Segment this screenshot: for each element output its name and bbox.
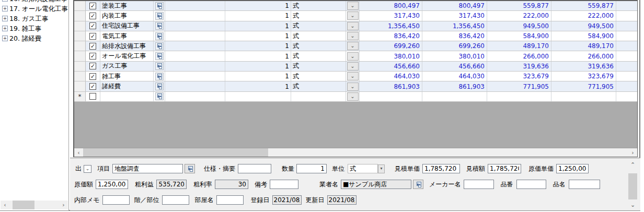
table-row[interactable]: ✓内装工事1式⌄317,430317,430222,000222,000 [74, 11, 637, 21]
unit-cell[interactable]: 式 [291, 1, 346, 10]
unit-dropdown-cell[interactable]: ⌄ [346, 62, 360, 71]
checkbox-cell[interactable] [86, 92, 100, 101]
scroll-up-icon[interactable]: ⌃ [628, 160, 637, 169]
maker-input[interactable] [464, 180, 494, 189]
spec-cell[interactable] [165, 31, 225, 41]
scroll-right-icon[interactable]: › [59, 201, 68, 209]
row-selector-cell[interactable] [74, 1, 86, 10]
item-name-cell[interactable]: 給排水設備工事 [100, 41, 154, 51]
tree-horizontal-scrollbar[interactable]: ‹ › [1, 201, 68, 209]
row-checkbox[interactable]: ✓ [89, 22, 96, 29]
spec-cell[interactable] [165, 62, 225, 71]
lookup-cell[interactable] [154, 81, 165, 91]
estimate-unit-price-cell[interactable]: 317,430 [360, 11, 422, 20]
estimate-unit-price-input[interactable] [422, 164, 460, 173]
row-checkbox[interactable]: ✓ [89, 53, 96, 60]
tree-item[interactable]: +19. 雑工事 [2, 23, 68, 33]
spec-cell[interactable] [165, 81, 225, 91]
table-row[interactable]: ✓雑工事1式⌄464,030464,030323,679323,679 [74, 72, 637, 81]
cost-unit-price-input[interactable] [556, 164, 589, 173]
chevron-down-icon[interactable]: ⌄ [347, 32, 359, 40]
chevron-down-icon[interactable]: ⌄ [347, 52, 359, 61]
quantity-cell[interactable]: 1 [225, 41, 291, 51]
unit-dropdown-cell[interactable]: ⌄ [346, 1, 360, 10]
quantity-cell[interactable]: 1 [225, 51, 291, 61]
quantity-cell[interactable]: 1 [225, 21, 291, 31]
spec-cell[interactable] [165, 51, 225, 61]
quantity-cell[interactable]: 1 [225, 62, 291, 71]
cost-unit-price-cell[interactable]: 949,500 [487, 21, 551, 31]
row-checkbox[interactable] [89, 93, 96, 100]
checkbox-cell[interactable]: ✓ [86, 11, 100, 20]
checkbox-cell[interactable]: ✓ [86, 72, 100, 81]
estimate-amount-cell[interactable]: 836,420 [422, 31, 487, 41]
estimate-unit-price-cell[interactable]: 456,660 [360, 62, 422, 71]
estimate-amount-cell[interactable]: 800,497 [422, 1, 487, 10]
spec-cell[interactable] [165, 11, 225, 20]
form-scroll-thumb[interactable] [628, 173, 637, 199]
scroll-left-icon[interactable]: ‹ [1, 201, 9, 209]
unit-dropdown-cell[interactable]: ⌄ [346, 72, 360, 81]
lookup-cell[interactable] [154, 51, 165, 61]
row-selector-cell[interactable] [74, 41, 86, 51]
table-row[interactable]: *⌄ [74, 92, 637, 102]
row-selector-cell[interactable] [74, 31, 86, 41]
unit-dropdown-cell[interactable]: ⌄ [346, 11, 360, 20]
floor-section-input[interactable] [162, 195, 189, 205]
vendor-input[interactable] [341, 180, 411, 189]
room-name-input[interactable] [216, 195, 244, 205]
row-checkbox[interactable]: ✓ [89, 13, 96, 19]
expand-plus-icon[interactable]: + [2, 0, 8, 2]
form-vertical-scrollbar[interactable]: ⌃ ⌄ [628, 160, 637, 209]
row-selector-cell[interactable]: * [74, 92, 86, 101]
cost-unit-price-cell[interactable] [487, 92, 551, 101]
lookup-cell[interactable] [154, 72, 165, 81]
item-name-cell[interactable]: 内装工事 [100, 11, 154, 20]
quantity-cell[interactable]: 1 [225, 31, 291, 41]
unit-dropdown-cell[interactable]: ⌄ [346, 92, 360, 101]
cost-amount-cell[interactable]: 489,170 [551, 41, 616, 51]
scroll-down-icon[interactable]: ⌄ [628, 201, 637, 209]
spec-cell[interactable] [165, 21, 225, 31]
lookup-cell[interactable] [154, 41, 165, 51]
checkbox-cell[interactable]: ✓ [86, 62, 100, 71]
cost-unit-price-cell[interactable]: 584,900 [487, 31, 551, 41]
estimate-amount-cell[interactable]: 861,903 [422, 81, 487, 91]
lookup-button[interactable] [155, 62, 164, 70]
estimate-unit-price-cell[interactable]: 836,420 [360, 31, 422, 41]
estimate-amount-cell[interactable] [422, 92, 487, 101]
table-row[interactable]: ✓住宅設備工事1式⌄1,356,4501,356,450949,500949,5… [74, 21, 637, 31]
row-checkbox[interactable]: ✓ [89, 33, 96, 40]
cost-amount-cell[interactable]: 584,900 [551, 31, 616, 41]
checkbox-cell[interactable]: ✓ [86, 41, 100, 51]
unit-cell[interactable]: 式 [291, 62, 346, 71]
lookup-button[interactable] [155, 2, 164, 10]
cost-unit-price-cell[interactable]: 222,000 [487, 11, 551, 20]
gross-margin-input[interactable] [215, 180, 248, 189]
lookup-cell[interactable] [154, 21, 165, 31]
internal-memo-input[interactable] [102, 195, 130, 205]
checkbox-cell[interactable]: ✓ [86, 1, 100, 10]
lookup-cell[interactable] [154, 62, 165, 71]
tree-item[interactable]: +16. 給排水設備工事 [2, 0, 68, 4]
chevron-down-icon[interactable]: ⌄ [347, 92, 359, 101]
quantity-input[interactable] [296, 164, 327, 173]
table-row[interactable]: ✓給排水設備工事1式⌄699,260699,260489,170489,170 [74, 41, 637, 51]
row-checkbox[interactable]: ✓ [89, 83, 96, 90]
chevron-down-icon[interactable]: ⌄ [347, 2, 359, 10]
cost-amount-cell[interactable]: 319,636 [551, 62, 616, 71]
cost-amount-cell[interactable] [551, 92, 616, 101]
checkbox-cell[interactable]: ✓ [86, 81, 100, 91]
item-lookup-button[interactable] [185, 164, 195, 173]
estimate-unit-price-cell[interactable]: 699,260 [360, 41, 422, 51]
cost-unit-price-cell[interactable]: 266,000 [487, 51, 551, 61]
row-checkbox[interactable]: ✓ [89, 73, 96, 80]
estimate-unit-price-cell[interactable]: 800,497 [360, 1, 422, 10]
row-checkbox[interactable]: ✓ [89, 43, 96, 50]
item-name-cell[interactable]: ガス工事 [100, 62, 154, 71]
item-name-cell[interactable]: 雑工事 [100, 72, 154, 81]
spec-cell[interactable] [165, 41, 225, 51]
quantity-cell[interactable]: 1 [225, 1, 291, 10]
table-scroll-track[interactable] [268, 148, 628, 157]
expand-plus-icon[interactable]: + [2, 6, 8, 11]
